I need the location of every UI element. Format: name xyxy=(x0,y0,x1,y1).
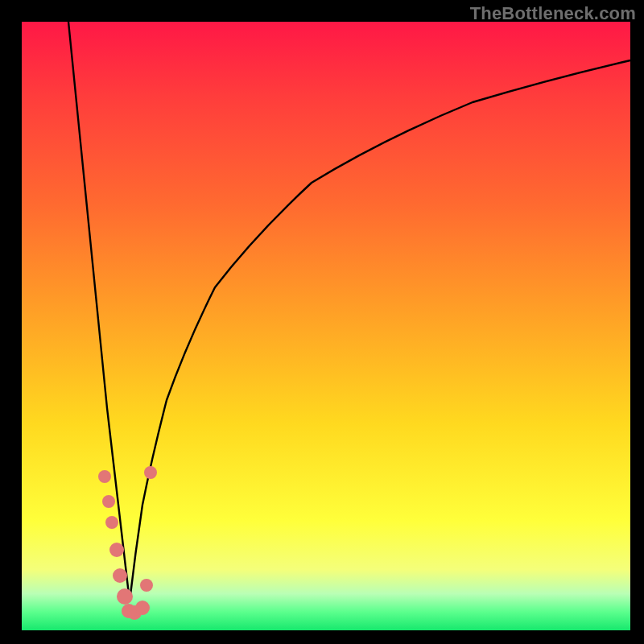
data-dot xyxy=(102,495,115,508)
data-dot xyxy=(109,543,124,557)
data-dot xyxy=(113,568,127,583)
data-dot xyxy=(98,470,111,483)
left-branch xyxy=(68,22,130,601)
data-dot xyxy=(140,579,153,592)
data-dot xyxy=(144,466,157,479)
chart-frame: TheBottleneck.com xyxy=(0,0,644,644)
data-dot xyxy=(117,588,133,605)
data-dot xyxy=(135,601,150,615)
curve-layer xyxy=(22,22,630,630)
plot-area xyxy=(22,22,630,630)
watermark-text: TheBottleneck.com xyxy=(470,3,636,24)
data-dot xyxy=(105,516,118,529)
right-branch xyxy=(130,60,630,601)
